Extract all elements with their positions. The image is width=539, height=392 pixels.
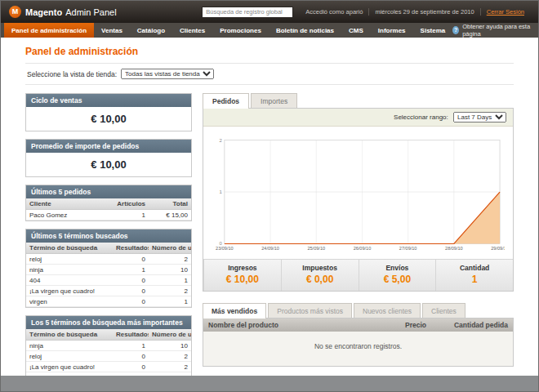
range-bar: Seleccionar rango: Last 7 Days [203,109,513,127]
diagram-tab[interactable]: Importes [251,93,297,108]
brand-name: Magento [25,7,62,17]
search-uses: 2 [149,351,191,362]
nav-item[interactable]: Ventas [94,23,130,38]
store-view-select[interactable]: Todas las vistas de tienda [121,69,214,79]
col-header: Cliente [26,198,113,210]
content-area: Panel de administración Seleccione la vi… [1,38,538,376]
average-orders-value: € 10,00 [26,153,191,176]
nav-item[interactable]: Promociones [212,23,269,38]
svg-text:25/09/10: 25/09/10 [307,246,325,251]
svg-text:26/09/10: 26/09/10 [354,246,372,251]
nav-item-label: Promociones [220,27,261,34]
search-uses: 2 [149,286,191,296]
nav-item[interactable]: CMS [341,23,371,38]
col-header: Total [149,198,191,210]
search-uses: 2 [149,362,191,372]
last-search-terms-title: Últimos 5 términos buscados [26,229,191,243]
search-term: virgen [26,296,113,307]
col-header: Número de usos [149,329,191,341]
search-term: reloj [26,254,113,265]
top-search-terms-title: Los 5 términos de búsqueda más important… [26,316,191,329]
search-term-row[interactable]: ¡La virgen que cuadro! 0 2 [26,286,191,296]
nav-item[interactable]: Informes [371,23,413,38]
order-total: € 15,00 [149,210,191,220]
magento-admin-screen: M MagentoAdmin Panel Accedió como aparió… [0,0,539,392]
nav-item-label: Catálogo [137,27,165,34]
dashboard: Ciclo de ventas € 10,00 Promedio de impo… [25,93,514,376]
search-term-row[interactable]: virgen 0 1 [26,296,191,307]
nav-list: Panel de administración Ventas Catálogo … [4,23,452,38]
search-uses: 1 [149,275,191,286]
grid-tab[interactable]: Más vendidos [203,303,266,318]
products-grid: Nombre del producto Precio Cantidad pedi… [203,318,514,367]
search-term-row[interactable]: reloj 0 2 [26,351,191,362]
current-date: miércoles 29 de septiembre de 2010 [368,8,479,16]
col-header: Nombre del producto [203,318,358,332]
search-term-row[interactable]: ninja 1 10 [26,265,191,275]
stat-value: € 0,00 [282,274,359,285]
nav-item[interactable]: Boletín de noticias [269,23,341,38]
search-term: ¡La virgen que cuadro! [26,286,113,296]
order-items: 1 [113,210,149,220]
search-term-row[interactable]: reloj 0 2 [26,254,191,265]
dashboard-sidebar: Ciclo de ventas € 10,00 Promedio de impo… [25,93,192,376]
search-term: 404 [26,275,113,286]
search-term-row[interactable]: ¡La virgen que cuadro! 0 2 [26,362,191,372]
help-link[interactable]: ? Obtener ayuda para esta página [452,23,535,38]
search-term-row[interactable]: ninja 1 10 [26,341,191,351]
grid-tab[interactable]: Nuevos clientes [354,303,421,318]
stat-value: € 5,00 [359,274,436,285]
logged-in-as: Accedió como aparió [300,8,368,16]
search-results: 1 [113,341,149,351]
stat-item: Envíos € 5,00 [359,260,436,291]
lifetime-sales-panel: Ciclo de ventas € 10,00 [25,93,192,131]
page-title: Panel de administración [25,46,514,57]
last-search-terms-table: Término de búsqueda Resultados Número de… [26,243,191,307]
col-header: Término de búsqueda [26,243,113,254]
totals-bar: Ingresos € 10,00 Impuestos € 0,00 Envíos [203,259,513,291]
search-uses: 10 [149,265,191,275]
search-term: ninja [26,265,113,275]
col-header: Precio [358,318,431,332]
nav-item[interactable]: Sistema [413,23,453,38]
nav-item-label: Sistema [421,27,446,34]
grid-tab[interactable]: Clientes [422,303,466,318]
col-header: Resultados [113,329,149,341]
stat-label: Cantidad [436,264,513,272]
main-nav: Panel de administración Ventas Catálogo … [1,23,538,38]
search-term-row[interactable]: 404 0 1 [26,275,191,286]
col-header: Resultados [113,243,149,254]
logout-link[interactable]: Cerrar Sesión [480,8,530,16]
svg-text:29/09/10: 29/09/10 [491,246,505,251]
header-right: Accedió como aparió miércoles 29 de sept… [202,7,530,18]
svg-text:27/09/10: 27/09/10 [399,246,417,251]
stat-label: Ingresos [204,264,281,272]
order-row[interactable]: Paco Gomez 1 € 15,00 [26,210,191,220]
svg-text:24/09/10: 24/09/10 [261,246,279,251]
nav-item-label: Informes [378,27,406,34]
diagram-tabs: Pedidos Importes [203,93,514,108]
col-header: Artículos [113,198,149,210]
search-results: 0 [113,286,149,296]
nav-item[interactable]: Clientes [172,23,212,38]
order-customer: Paco Gomez [26,210,113,220]
diagram-tab[interactable]: Pedidos [203,93,249,109]
grid-tab[interactable]: Productos más vistos [268,303,352,318]
nav-item[interactable]: Panel de administración [4,23,94,38]
range-label: Seleccionar rango: [394,114,448,121]
tab-label: Nuevos clientes [363,307,412,315]
tab-label: Clientes [431,307,457,315]
orders-diagram-box: Seleccionar rango: Last 7 Days 01223/09/… [203,108,514,292]
tab-label: Más vendidos [212,307,257,315]
nav-item[interactable]: Catálogo [130,23,172,38]
global-search-input[interactable] [202,7,293,18]
dashboard-main: Pedidos Importes Seleccionar rango: Last… [203,93,514,376]
nav-item-label: CMS [349,27,363,34]
svg-text:23/09/10: 23/09/10 [216,246,234,251]
chart-svg: 01223/09/1024/09/1025/09/1026/09/1027/09… [212,133,505,257]
svg-text:1: 1 [220,189,223,194]
average-orders-title: Promedio de importe de pedidos [26,140,191,153]
range-select[interactable]: Last 7 Days [453,112,506,122]
stat-value: 1 [436,274,513,285]
search-results: 0 [113,351,149,362]
